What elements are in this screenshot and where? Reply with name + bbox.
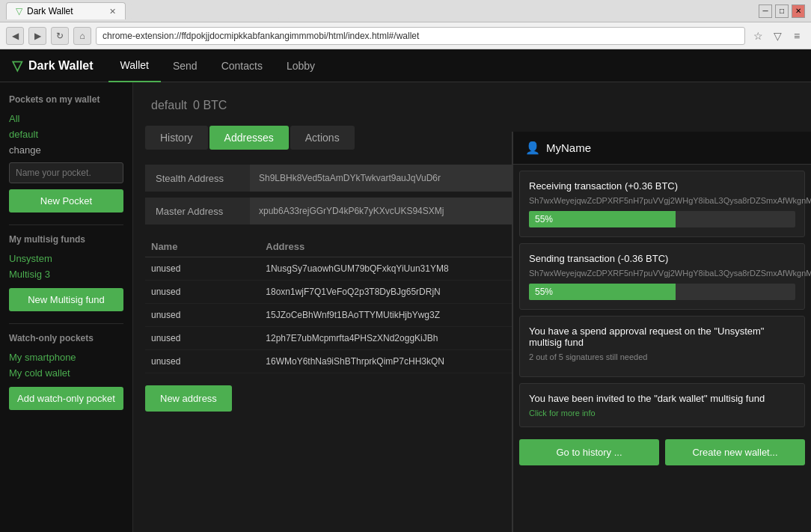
sidebar-divider-1 — [9, 224, 123, 225]
new-pocket-button[interactable]: New Pocket — [9, 189, 123, 213]
col-name: Name — [145, 236, 260, 257]
app-nav: ▽ Dark Wallet Wallet Send Contacts Lobby — [0, 49, 811, 82]
main-layout: Pockets on my wallet All default change … — [0, 82, 811, 532]
minimize-button[interactable]: ─ — [759, 4, 772, 18]
master-address-label: Master Address — [145, 198, 250, 224]
tab-title: Dark Wallet — [27, 6, 73, 16]
watchonly-section-title: Watch-only pockets — [9, 333, 123, 343]
tab-close-button[interactable]: ✕ — [109, 7, 116, 16]
multisig-section-title: My multisig funds — [9, 234, 123, 245]
sidebar: Pockets on my wallet All default change … — [0, 82, 133, 532]
home-button[interactable]: ⌂ — [73, 27, 91, 45]
app-container: ▽ Dark Wallet Wallet Send Contacts Lobby… — [0, 49, 811, 532]
sidebar-item-all[interactable]: All — [9, 111, 123, 126]
maximize-button[interactable]: □ — [775, 4, 789, 18]
overlay-footer: Go to history ... Create new wallet... — [513, 433, 811, 471]
notification-card-0: Receiving transaction (+0.36 BTC)Sh7wxWe… — [519, 171, 805, 237]
menu-icon[interactable]: ≡ — [789, 28, 805, 44]
sidebar-item-coldwallet[interactable]: My cold wallet — [9, 365, 123, 381]
app-logo-text: Dark Wallet — [28, 59, 94, 73]
notification-title-0: Receiving transaction (+0.36 BTC) — [529, 180, 795, 192]
sidebar-item-unsystem[interactable]: Unsystem — [9, 251, 123, 266]
notification-title-2: You have a spend approval request on the… — [529, 325, 795, 348]
sidebar-divider-2 — [9, 323, 123, 324]
click-info-3: Click for more info — [529, 409, 795, 418]
tab-addresses[interactable]: Addresses — [209, 126, 289, 150]
notification-title-1: Sending transaction (-0.36 BTC) — [529, 253, 795, 264]
notification-subtitle-0: Sh7wxWeyejqwZcDPXRF5nH7puVVgj2WHgY8ibaL3… — [529, 196, 795, 205]
nav-item-send[interactable]: Send — [161, 49, 209, 82]
refresh-button[interactable]: ↻ — [51, 27, 69, 45]
window-controls: ─ □ ✕ — [759, 4, 805, 18]
app-logo: ▽ Dark Wallet — [12, 58, 94, 74]
progress-text-0: 55% — [535, 214, 553, 224]
notification-subtitle-1: Sh7wxWeyejqwZcDPXRF5nH7puVVgj2WHgY8ibaL3… — [529, 269, 795, 278]
browser-title-bar: ▽ Dark Wallet ✕ ─ □ ✕ — [0, 0, 811, 22]
notification-title-3: You have been invited to the "dark walle… — [529, 393, 795, 404]
browser-nav-bar: ◀ ▶ ↻ ⌂ ☆ ▽ ≡ — [0, 22, 811, 49]
close-button[interactable]: ✕ — [792, 4, 805, 18]
pockets-section-title: Pockets on my wallet — [9, 94, 123, 105]
back-button[interactable]: ◀ — [6, 27, 24, 45]
notification-card-2: You have a spend approval request on the… — [519, 316, 805, 377]
address-bar[interactable] — [96, 27, 745, 45]
address-name-cell: unused — [145, 304, 260, 327]
progress-text-1: 55% — [535, 287, 553, 297]
browser-tab[interactable]: ▽ Dark Wallet ✕ — [6, 2, 126, 19]
user-icon: 👤 — [525, 141, 540, 155]
nav-icons: ☆ ▽ ≡ — [750, 28, 805, 44]
address-name-cell: unused — [145, 257, 260, 281]
new-tab-area — [130, 4, 280, 19]
logo-icon: ▽ — [12, 58, 22, 74]
new-multisig-button[interactable]: New Multisig fund — [9, 288, 123, 311]
sidebar-item-default[interactable]: default — [9, 126, 123, 142]
create-wallet-button[interactable]: Create new wallet... — [665, 439, 805, 465]
overlay-panel: 👤 MyName Receiving transaction (+0.36 BT… — [512, 132, 811, 532]
extension-icon[interactable]: ▽ — [769, 28, 786, 44]
add-watchonly-button[interactable]: Add watch-only pocket — [9, 387, 123, 410]
nav-item-wallet[interactable]: Wallet — [108, 49, 161, 82]
overlay-header: 👤 MyName — [513, 132, 811, 165]
sidebar-item-smartphone[interactable]: My smartphone — [9, 349, 123, 365]
progress-bar-fill-0: 55% — [529, 211, 676, 227]
notification-card-3[interactable]: You have been invited to the "dark walle… — [519, 383, 805, 427]
nav-item-lobby[interactable]: Lobby — [275, 49, 327, 82]
address-name-cell: unused — [145, 327, 260, 350]
overlay-username: MyName — [546, 141, 591, 154]
nav-item-contacts[interactable]: Contacts — [209, 49, 275, 82]
progress-bar-bg-0: 55% — [529, 211, 795, 227]
notification-card-1: Sending transaction (-0.36 BTC)Sh7wxWeye… — [519, 243, 805, 310]
sidebar-item-multisig3[interactable]: Multisig 3 — [9, 266, 123, 282]
goto-history-button[interactable]: Go to history ... — [519, 439, 659, 465]
pocket-title: default0 BTC — [145, 94, 799, 114]
address-name-cell: unused — [145, 350, 260, 373]
tab-favicon: ▽ — [16, 6, 22, 16]
progress-bar-fill-1: 55% — [529, 284, 676, 300]
star-icon[interactable]: ☆ — [750, 28, 766, 44]
address-name-cell: unused — [145, 281, 260, 304]
new-address-button[interactable]: New address — [145, 385, 232, 412]
sidebar-item-change[interactable]: change — [9, 142, 123, 158]
forward-button[interactable]: ▶ — [28, 27, 46, 45]
tab-history[interactable]: History — [145, 126, 208, 150]
tab-actions[interactable]: Actions — [290, 126, 355, 150]
pocket-name-input[interactable] — [9, 162, 123, 183]
progress-bar-bg-1: 55% — [529, 284, 795, 300]
notification-subtitle-2: 2 out of 5 signatures still needed — [529, 352, 795, 361]
stealth-address-label: Stealth Address — [145, 165, 250, 192]
